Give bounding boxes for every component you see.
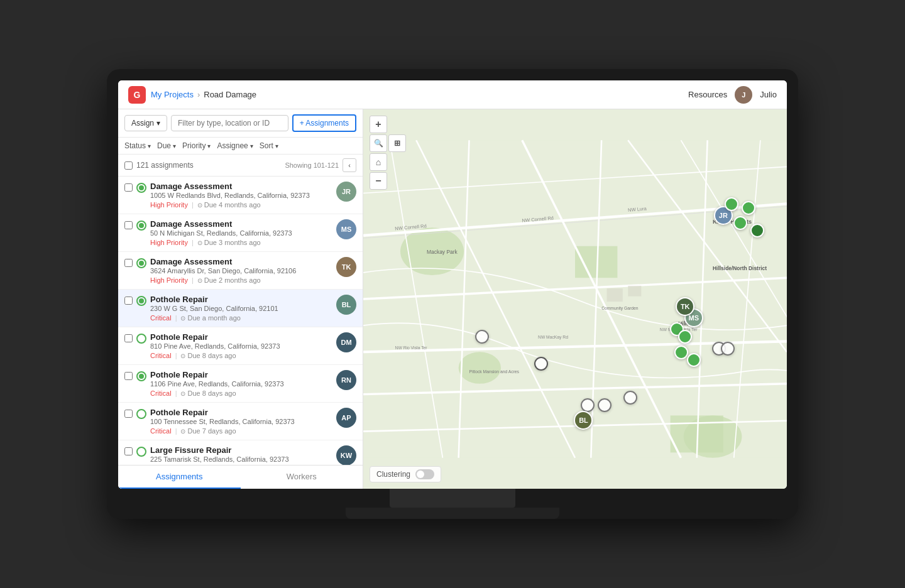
- item-info: Pothole Repair 1106 Pine Ave, Redlands, …: [150, 370, 332, 397]
- prev-page-button[interactable]: ‹: [343, 158, 356, 172]
- assignment-item[interactable]: Pothole Repair 100 Tennessee St, Redland…: [118, 403, 363, 440]
- tab-assignments[interactable]: Assignments: [118, 466, 241, 489]
- filter-bar: Status Due Priority Assignee Sort: [118, 138, 363, 155]
- item-status-radio: [136, 258, 146, 268]
- map-search-button[interactable]: 🔍: [370, 134, 387, 152]
- svg-rect-3: [575, 246, 617, 278]
- assignment-item[interactable]: Damage Assessment 50 N Michigan St, Redl…: [118, 214, 363, 252]
- map-marker-green[interactable]: [742, 201, 755, 215]
- assignment-item[interactable]: Pothole Repair 230 W G St, San Diego, Ca…: [118, 290, 363, 327]
- assignments-button[interactable]: + Assignments: [292, 114, 356, 132]
- item-checkbox[interactable]: [124, 334, 133, 342]
- map-marker-green[interactable]: [687, 353, 701, 367]
- item-title: Pothole Repair: [150, 332, 332, 342]
- item-tags: Critical | Due 8 days ago: [150, 389, 332, 397]
- svg-text:Community Garden: Community Garden: [601, 306, 639, 311]
- priority-tag: High Priority: [150, 239, 188, 246]
- due-tag: Due 4 months ago: [197, 201, 261, 209]
- map-marker-green[interactable]: [678, 330, 692, 344]
- item-address: 3624 Amaryllis Dr, San Diego, California…: [150, 267, 332, 275]
- svg-text:Mackay Park: Mackay Park: [427, 249, 458, 255]
- select-all-checkbox[interactable]: [124, 161, 133, 170]
- map-marker-green[interactable]: [725, 197, 738, 211]
- filter-priority-button[interactable]: Priority: [182, 141, 211, 150]
- item-checkbox[interactable]: [124, 259, 133, 267]
- item-info: Damage Assessment 3624 Amaryllis Dr, San…: [150, 257, 332, 284]
- assignment-item[interactable]: Pothole Repair 1106 Pine Ave, Redlands, …: [118, 365, 363, 403]
- item-info: Damage Assessment 1005 W Redlands Blvd, …: [150, 182, 332, 209]
- breadcrumb-current: Road Damage: [204, 90, 256, 99]
- item-tags: Critical | Due 7 days ago: [150, 427, 332, 435]
- item-checkbox[interactable]: [124, 410, 133, 418]
- assignments-count: 121 assignments: [136, 161, 194, 170]
- item-title: Pothole Repair: [150, 370, 332, 379]
- zoom-out-button[interactable]: −: [370, 172, 387, 190]
- showing-text: Showing 101-121: [285, 161, 339, 169]
- clustering-label: Clustering: [376, 470, 410, 479]
- item-checkbox[interactable]: [124, 297, 133, 305]
- filter-assignee-button[interactable]: Assignee: [217, 141, 253, 150]
- svg-text:NW Rio Vista Ter: NW Rio Vista Ter: [395, 346, 428, 350]
- filter-status-button[interactable]: Status: [124, 141, 151, 150]
- breadcrumb-projects-link[interactable]: My Projects: [151, 90, 194, 99]
- assign-button[interactable]: Assign ▾: [124, 115, 167, 131]
- map-marker-avatar[interactable]: BL: [574, 411, 593, 430]
- item-title: Pothole Repair: [150, 295, 332, 304]
- filter-due-button[interactable]: Due: [157, 141, 176, 150]
- item-avatar: AP: [336, 408, 356, 428]
- map-controls: + 🔍 ⊞ ⌂ −: [370, 116, 406, 190]
- svg-point-2: [459, 352, 501, 384]
- item-checkbox[interactable]: [124, 372, 133, 380]
- item-status-radio: [136, 220, 146, 231]
- priority-tag: High Priority: [150, 201, 188, 209]
- app-logo: G: [128, 86, 146, 104]
- item-status-radio: [136, 296, 146, 306]
- item-info: Large Fissure Repair 225 Tamarisk St, Re…: [150, 445, 332, 465]
- item-tags: High Priority | Due 3 months ago: [150, 239, 332, 246]
- map-marker-green[interactable]: [674, 346, 688, 359]
- map-svg: NW Cornell Rd NW Cornell Rd NW Lura NW R…: [363, 109, 787, 489]
- bottom-tabs: Assignments Workers: [118, 465, 363, 489]
- filter-sort-button[interactable]: Sort: [260, 141, 278, 150]
- pagination-area: Showing 101-121 ‹: [285, 158, 356, 172]
- priority-tag: High Priority: [150, 276, 188, 284]
- map-marker-empty[interactable]: [598, 398, 612, 412]
- priority-tag: Critical: [150, 389, 172, 397]
- map-search-row: 🔍 ⊞: [370, 134, 406, 152]
- item-tags: High Priority | Due 2 months ago: [150, 276, 332, 284]
- priority-tag: Critical: [150, 314, 172, 322]
- map-marker-empty[interactable]: [721, 342, 735, 356]
- assignment-item[interactable]: Damage Assessment 1005 W Redlands Blvd, …: [118, 177, 363, 214]
- map-home-button[interactable]: ⌂: [370, 153, 387, 171]
- breadcrumb: My Projects › Road Damage: [151, 90, 256, 99]
- map-marker-empty[interactable]: [534, 357, 548, 371]
- map-marker-green[interactable]: [750, 224, 764, 237]
- item-checkbox[interactable]: [124, 183, 133, 192]
- item-info: Pothole Repair 810 Pine Ave, Redlands, C…: [150, 332, 332, 359]
- clustering-toggle[interactable]: [415, 469, 434, 479]
- map-marker-empty[interactable]: [623, 391, 637, 405]
- assignment-item[interactable]: Large Fissure Repair 225 Tamarisk St, Re…: [118, 440, 363, 465]
- item-checkbox[interactable]: [124, 221, 133, 229]
- map-area[interactable]: NW Cornell Rd NW Cornell Rd NW Lura NW R…: [363, 109, 787, 489]
- item-title: Damage Assessment: [150, 257, 332, 266]
- item-checkbox[interactable]: [124, 447, 133, 455]
- map-screenshot-button[interactable]: ⊞: [388, 134, 406, 152]
- svg-text:Pittock Mansion and Acres: Pittock Mansion and Acres: [469, 369, 520, 374]
- app-screen: G My Projects › Road Damage Resources J …: [118, 80, 787, 489]
- due-tag: Due 3 months ago: [197, 239, 261, 246]
- search-input[interactable]: [171, 115, 288, 131]
- map-marker-empty[interactable]: [475, 330, 489, 344]
- user-name: Julio: [760, 90, 777, 99]
- map-marker-green[interactable]: [733, 216, 747, 230]
- map-marker-empty[interactable]: [581, 398, 595, 412]
- assignment-item[interactable]: Pothole Repair 810 Pine Ave, Redlands, C…: [118, 327, 363, 365]
- assignment-item[interactable]: Damage Assessment 3624 Amaryllis Dr, San…: [118, 252, 363, 290]
- map-marker-avatar[interactable]: TK: [676, 297, 694, 316]
- clustering-bar: Clustering: [370, 466, 441, 482]
- resources-link[interactable]: Resources: [688, 90, 727, 99]
- tab-workers[interactable]: Workers: [241, 466, 363, 489]
- due-tag: Due 2 months ago: [197, 276, 261, 284]
- zoom-in-button[interactable]: +: [370, 116, 387, 133]
- item-info: Pothole Repair 230 W G St, San Diego, Ca…: [150, 295, 332, 322]
